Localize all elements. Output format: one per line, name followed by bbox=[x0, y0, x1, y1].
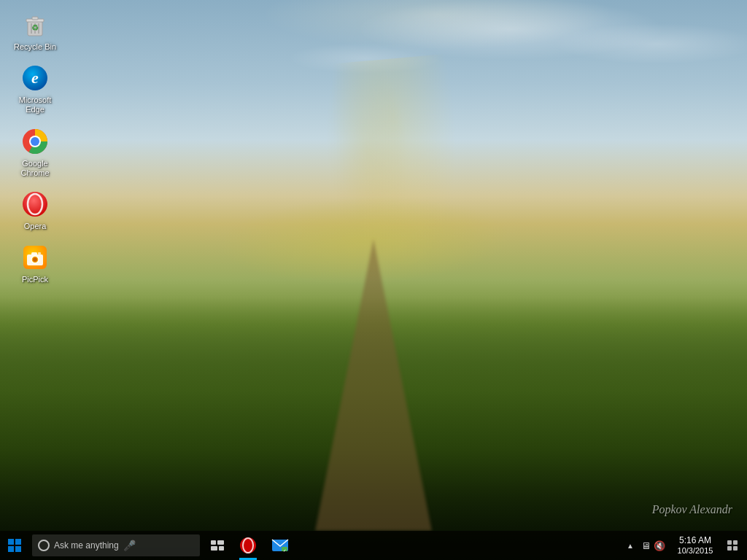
google-chrome-label: Google Chrome bbox=[9, 159, 61, 178]
svg-text:e: e bbox=[31, 69, 39, 87]
system-tray: ▲ 🖥 🔇 5:16 AM 10/3/2015 bbox=[624, 531, 747, 560]
windows-logo bbox=[8, 539, 21, 552]
svg-rect-33 bbox=[733, 546, 738, 551]
svg-rect-32 bbox=[727, 546, 732, 551]
taskbar-mail-icon: ✓ bbox=[271, 537, 289, 554]
tray-icons-group: 🖥 🔇 bbox=[637, 540, 670, 551]
svg-rect-2 bbox=[32, 17, 38, 20]
recycle-bin-img: ♻ bbox=[20, 10, 50, 39]
svg-rect-20 bbox=[38, 252, 41, 254]
start-button[interactable] bbox=[0, 531, 29, 560]
taskbar: Ask me anything 🎤 bbox=[0, 531, 747, 560]
google-chrome-img bbox=[20, 127, 50, 156]
svg-point-12 bbox=[31, 137, 39, 146]
desktop-icons-container: ♻ Recycle Bin e Microsoft bbox=[0, 0, 70, 298]
taskbar-opera-button[interactable] bbox=[232, 531, 264, 560]
recycle-bin-label: Recycle Bin bbox=[14, 42, 56, 52]
photographer-watermark: Popkov Alexandr bbox=[652, 503, 732, 516]
svg-rect-30 bbox=[727, 540, 732, 545]
clock-time: 5:16 AM bbox=[679, 535, 711, 545]
search-bar[interactable]: Ask me anything 🎤 bbox=[32, 534, 200, 556]
search-circle-icon bbox=[38, 540, 50, 551]
svg-point-18 bbox=[33, 257, 37, 262]
svg-text:♻: ♻ bbox=[31, 23, 39, 32]
svg-rect-22 bbox=[217, 540, 224, 545]
taskbar-opera-icon bbox=[239, 537, 257, 554]
svg-rect-24 bbox=[219, 546, 224, 551]
svg-rect-23 bbox=[211, 546, 217, 551]
recycle-bin-icon[interactable]: ♻ Recycle Bin bbox=[6, 6, 64, 56]
picpick-icon[interactable]: PicPick bbox=[6, 238, 64, 289]
svg-rect-31 bbox=[733, 540, 738, 545]
network-icon[interactable]: 🖥 bbox=[641, 540, 651, 551]
opera-icon[interactable]: Opera bbox=[6, 185, 64, 236]
svg-text:✓: ✓ bbox=[283, 548, 286, 553]
opera-img bbox=[20, 190, 50, 219]
search-placeholder: Ask me anything bbox=[54, 540, 119, 551]
microphone-icon[interactable]: 🎤 bbox=[123, 540, 136, 551]
desktop: Popkov Alexandr ♻ bbox=[0, 0, 747, 560]
clock-date: 10/3/2015 bbox=[678, 546, 713, 556]
picpick-img bbox=[20, 243, 50, 272]
task-view-button[interactable] bbox=[203, 531, 232, 560]
dirt-path bbox=[315, 239, 432, 531]
microsoft-edge-icon[interactable]: e Microsoft Edge bbox=[6, 59, 64, 119]
taskbar-pinned-apps: ✓ bbox=[232, 531, 624, 560]
system-clock[interactable]: 5:16 AM 10/3/2015 bbox=[670, 531, 721, 560]
microsoft-edge-img: e bbox=[20, 63, 50, 93]
svg-point-13 bbox=[23, 192, 47, 217]
volume-icon[interactable]: 🔇 bbox=[654, 540, 665, 551]
picpick-label: PicPick bbox=[22, 275, 48, 284]
opera-label: Opera bbox=[24, 222, 47, 231]
svg-rect-21 bbox=[211, 540, 216, 545]
microsoft-edge-label: Microsoft Edge bbox=[9, 96, 61, 114]
tray-expand-button[interactable]: ▲ bbox=[624, 542, 637, 550]
google-chrome-icon[interactable]: Google Chrome bbox=[6, 122, 64, 182]
svg-rect-19 bbox=[31, 252, 37, 255]
taskbar-mail-button[interactable]: ✓ bbox=[264, 531, 296, 560]
notification-center-button[interactable] bbox=[721, 531, 744, 560]
